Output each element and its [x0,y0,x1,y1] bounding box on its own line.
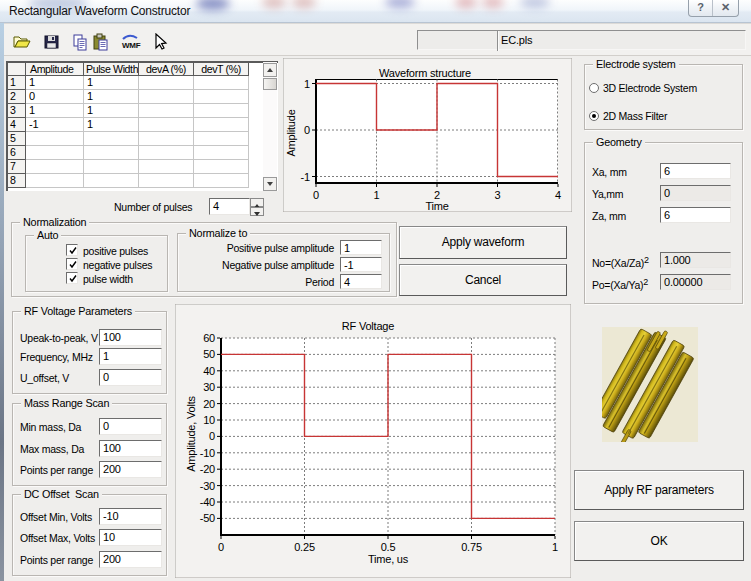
svg-text:0: 0 [313,189,319,201]
svg-text:Time, us: Time, us [368,553,409,565]
svg-text:0.25: 0.25 [294,541,315,553]
svg-text:60: 60 [203,332,215,344]
svg-text:-20: -20 [200,463,215,475]
svg-text:RF Voltage: RF Voltage [342,320,395,332]
svg-text:-40: -40 [200,496,215,508]
svg-text:Amplitude: Amplitude [285,109,297,156]
svg-text:0: 0 [304,124,310,136]
svg-text:-30: -30 [200,480,215,492]
svg-text:50: 50 [203,348,215,360]
svg-text:Waveform structure: Waveform structure [379,67,471,79]
svg-text:1: 1 [374,189,380,201]
svg-text:0: 0 [218,541,224,553]
svg-text:Amplitude, Volts: Amplitude, Volts [185,395,197,471]
svg-text:-10: -10 [200,447,215,459]
svg-text:0: 0 [209,430,215,442]
svg-text:WMF: WMF [122,41,141,50]
svg-text:1: 1 [304,78,310,90]
svg-text:1: 1 [552,541,558,553]
svg-text:-50: -50 [200,512,215,524]
svg-text:3: 3 [495,189,501,201]
svg-text:-1: -1 [301,171,310,183]
svg-text:20: 20 [203,398,215,410]
svg-text:4: 4 [555,189,561,201]
svg-text:Time: Time [425,200,448,212]
svg-text:0.75: 0.75 [461,541,482,553]
svg-text:40: 40 [203,365,215,377]
svg-text:30: 30 [203,381,215,393]
svg-text:10: 10 [203,414,215,426]
svg-text:0.5: 0.5 [381,541,396,553]
